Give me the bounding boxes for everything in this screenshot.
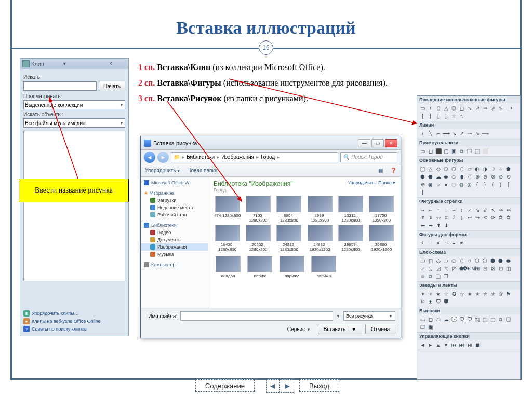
shape-icon[interactable]: ⌐ (435, 130, 442, 137)
shape-icon[interactable]: ► (427, 341, 434, 348)
shape-icon[interactable]: { (419, 113, 426, 119)
shape-icon[interactable]: ⤳ (466, 130, 473, 137)
new-folder-button[interactable]: Новая папка (187, 168, 217, 173)
shape-icon[interactable]: ✦ (419, 291, 426, 297)
shape-icon[interactable]: ] (443, 113, 449, 119)
search-button[interactable]: Начать (99, 81, 125, 91)
shape-icon[interactable]: ⬛ (435, 148, 442, 155)
shape-icon[interactable]: ◇ (435, 166, 442, 172)
shape-icon[interactable]: ⧉ (497, 316, 504, 323)
shape-icon[interactable]: ◻ (427, 148, 434, 155)
shape-icon[interactable]: ★ (435, 291, 442, 297)
objects-select[interactable]: Все файлы мультимедиа▼ (23, 118, 125, 128)
shape-icon[interactable]: ⥀ (497, 214, 504, 221)
shape-icon[interactable]: ⤴ (450, 214, 457, 221)
shape-icon[interactable]: ÷ (443, 240, 449, 246)
forward-button[interactable]: ► (157, 152, 169, 163)
shape-icon[interactable]: ⬠ (443, 166, 449, 172)
shape-icon[interactable]: ❐ (443, 273, 449, 280)
shape-icon[interactable]: ↘ (450, 130, 457, 137)
thumbnail-item[interactable]: 17750-1280x800 (368, 196, 395, 223)
shape-icon[interactable]: ↘ (466, 105, 473, 112)
video-item[interactable]: Видео (141, 229, 208, 236)
shape-icon[interactable]: ⬡ (450, 105, 457, 112)
close-icon[interactable]: × (95, 61, 126, 67)
service-menu[interactable]: Сервис ▼ (287, 326, 311, 332)
shape-icon[interactable]: ✮ (482, 291, 488, 297)
shape-icon[interactable]: ⛉ (435, 298, 442, 305)
shape-icon[interactable]: ⬟ (505, 166, 512, 172)
shape-icon[interactable]: ▲ (435, 341, 442, 348)
shape-icon[interactable]: ⏭ (458, 341, 465, 348)
shape-icon[interactable]: ⟳ (489, 214, 496, 221)
shape-icon[interactable]: ⛊ (443, 298, 449, 305)
shape-icon[interactable]: ⟶ (505, 105, 512, 112)
sort-menu[interactable]: Упорядочить: Папка ▾ (348, 180, 395, 185)
shape-icon[interactable]: ⧉ (427, 273, 434, 280)
desktop-item[interactable]: Рабочий стол (141, 211, 208, 218)
shape-icon[interactable]: \ (419, 130, 426, 137)
computer-header[interactable]: Компьютер (141, 261, 208, 268)
shape-icon[interactable]: ◉ (427, 181, 434, 188)
shape-icon[interactable]: ◫ (505, 265, 512, 272)
shape-icon[interactable]: ⬇ (443, 222, 449, 229)
shape-icon[interactable]: ↔ (450, 207, 457, 213)
shape-icon[interactable]: × (435, 240, 442, 246)
filename-input[interactable] (180, 311, 333, 321)
shape-icon[interactable]: − (427, 240, 434, 246)
organize-clips-link[interactable]: ⊞Упорядочить клипы… (23, 310, 125, 317)
shape-icon[interactable]: ⧉ (458, 148, 465, 155)
shape-icon[interactable]: ◺ (427, 265, 434, 272)
shape-icon[interactable]: ↗ (474, 105, 481, 112)
shape-icon[interactable]: ] (419, 189, 426, 196)
shape-icon[interactable]: ⊕ (474, 173, 481, 180)
shape-icon[interactable]: ▭ (419, 105, 426, 112)
shape-icon[interactable]: ▭ (419, 148, 426, 155)
thumbnail-item[interactable]: париж (246, 256, 275, 278)
shape-icon[interactable]: ⬚ (474, 148, 481, 155)
shape-icon[interactable]: ↩ (466, 214, 473, 221)
shape-icon[interactable]: ⊡ (497, 265, 504, 272)
shape-icon[interactable]: ↖ (489, 207, 496, 213)
insert-button[interactable]: Вставить ▼ (318, 324, 362, 334)
shape-icon[interactable]: ⊙ (505, 173, 512, 180)
images-item[interactable]: Изображения (141, 243, 208, 251)
shape-icon[interactable]: ◎ (466, 181, 473, 188)
maximize-button[interactable]: ▭ (371, 139, 384, 147)
shape-icon[interactable]: ❏ (435, 273, 442, 280)
shape-icon[interactable]: ⬣ (497, 257, 504, 264)
shape-icon[interactable]: ◌ (450, 181, 457, 188)
thumbnail-item[interactable]: 19430-1280x800 (214, 225, 241, 252)
shape-icon[interactable]: ◻ (427, 316, 434, 323)
shape-icon[interactable]: ● (443, 181, 449, 188)
thumbnail-item[interactable]: париж3 (310, 256, 339, 278)
shape-icon[interactable]: 🗯 (474, 316, 481, 323)
filetype-select[interactable]: Все рисунки▼ (343, 311, 395, 321)
shape-icon[interactable]: ⚑ (505, 291, 512, 297)
contents-button[interactable]: Содержание (195, 379, 255, 392)
shape-icon[interactable]: ⏮ (450, 341, 457, 348)
shape-icon[interactable]: ⊿ (419, 265, 426, 272)
shape-icon[interactable]: ⬯ (466, 173, 473, 180)
shape-icon[interactable]: ✬ (466, 291, 473, 297)
shape-icon[interactable]: ∿ (458, 113, 465, 119)
minimize-button[interactable]: — (358, 139, 370, 147)
shape-icon[interactable]: ╲ (427, 130, 434, 137)
shape-icon[interactable]: ⬂ (497, 105, 504, 112)
documents-item[interactable]: Документы (141, 236, 208, 243)
shape-icon[interactable]: ▱ (466, 166, 473, 172)
shape-icon[interactable]: ○ (435, 181, 442, 188)
shape-icon[interactable]: ↗ (458, 130, 465, 137)
shape-icon[interactable]: ☁ (443, 316, 449, 323)
shape-icon[interactable]: ⇐ (505, 207, 512, 213)
thumbnail-item[interactable]: 8999-1280x800 (306, 196, 334, 223)
shape-icon[interactable]: ❏ (505, 316, 512, 323)
shape-icon[interactable]: ❐ (466, 148, 473, 155)
shape-icon[interactable]: ⊚ (419, 181, 426, 188)
shape-icon[interactable]: ⬅ (419, 222, 426, 229)
office-online-link[interactable]: ●Клипы на веб-узле Office Online (23, 318, 125, 324)
shape-icon[interactable]: ⥁ (505, 214, 512, 221)
shape-icon[interactable]: ◯ (419, 166, 426, 172)
prev-button[interactable]: ◄ (266, 379, 280, 393)
shape-icon[interactable]: } (427, 113, 434, 119)
